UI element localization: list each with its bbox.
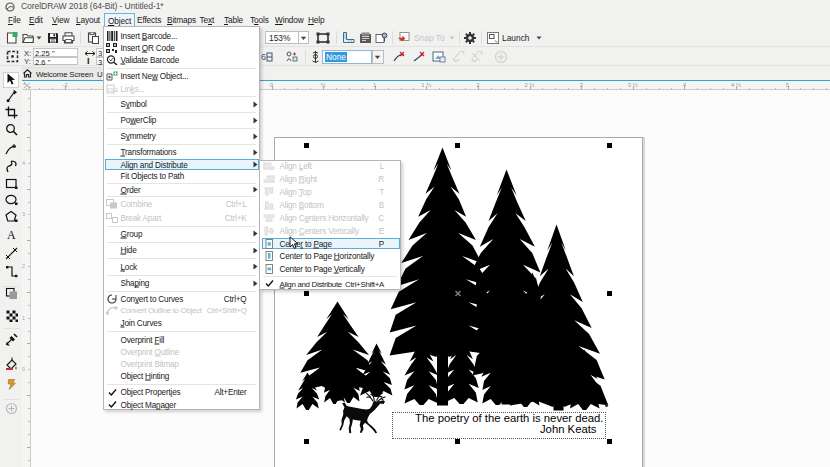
svg-text:A: A: [7, 228, 16, 241]
svg-text:OLE: OLE: [107, 87, 118, 93]
svg-text:6: 6: [261, 52, 266, 62]
